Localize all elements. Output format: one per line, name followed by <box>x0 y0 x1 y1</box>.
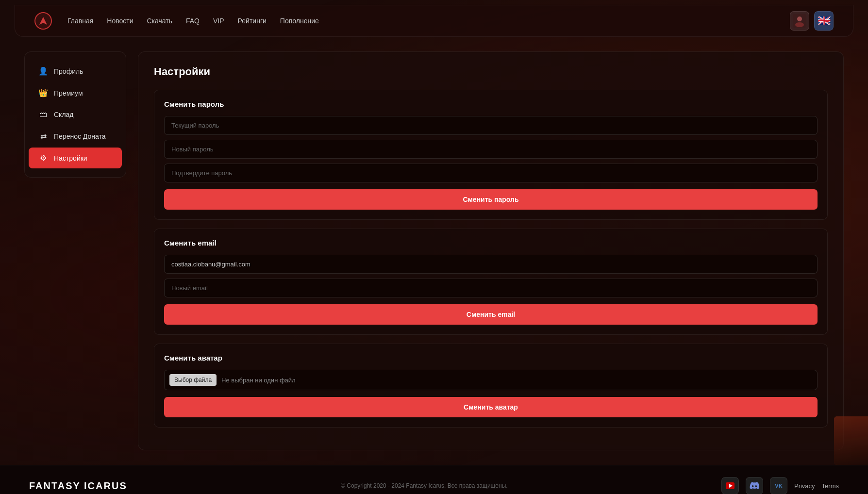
storage-icon: 🗃 <box>38 110 48 119</box>
change-email-button[interactable]: Сменить email <box>164 304 818 325</box>
logo-icon[interactable] <box>34 12 52 30</box>
language-selector[interactable]: 🇬🇧 <box>814 11 834 31</box>
change-password-section: Сменить пароль Сменить пароль <box>154 90 828 220</box>
footer: FANTASY ICARUS © Copyright 2020 - 2024 F… <box>0 465 868 494</box>
current-email-input[interactable] <box>164 255 818 274</box>
new-email-input[interactable] <box>164 279 818 297</box>
youtube-button[interactable] <box>721 477 739 494</box>
change-email-section: Сменить email Сменить email <box>154 229 828 335</box>
main-content: 👤 Профиль 👑 Премиум 🗃 Склад ⇄ Перенос До… <box>0 37 868 465</box>
footer-copyright: © Copyright 2020 - 2024 Fantasy Icarus. … <box>341 482 507 489</box>
sidebar-item-settings[interactable]: ⚙ Настройки <box>29 148 122 168</box>
sidebar-label-premium: Премиум <box>54 89 83 97</box>
change-password-title: Сменить пароль <box>164 100 818 108</box>
new-password-input[interactable] <box>164 140 818 159</box>
file-input-wrapper: Выбор файла Не выбран ни один файл <box>164 370 818 390</box>
confirm-password-input[interactable] <box>164 164 818 182</box>
profile-icon: 👤 <box>38 66 48 76</box>
sidebar-item-profile[interactable]: 👤 Профиль <box>29 61 122 82</box>
sidebar-item-storage[interactable]: 🗃 Склад <box>29 104 122 125</box>
sidebar-label-profile: Профиль <box>54 67 83 75</box>
file-choose-button[interactable]: Выбор файла <box>169 374 217 386</box>
change-avatar-button[interactable]: Сменить аватар <box>164 397 818 417</box>
svg-rect-3 <box>793 14 806 28</box>
transfer-icon: ⇄ <box>38 132 48 141</box>
footer-right: VK Privacy Terms <box>721 477 839 494</box>
nav-home[interactable]: Главная <box>67 17 93 25</box>
navbar: Главная Новости Скачать FAQ VIP Рейтинги… <box>15 5 853 37</box>
navbar-left: Главная Новости Скачать FAQ VIP Рейтинги… <box>34 12 319 30</box>
premium-icon: 👑 <box>38 88 48 98</box>
nav-news[interactable]: Новости <box>107 17 133 25</box>
change-avatar-section: Сменить аватар Выбор файла Не выбран ни … <box>154 344 828 428</box>
svg-marker-0 <box>39 17 47 25</box>
corner-decoration <box>834 416 868 465</box>
vk-icon: VK <box>775 483 782 489</box>
change-avatar-title: Сменить аватар <box>164 354 818 362</box>
sidebar-item-transfer[interactable]: ⇄ Перенос Доната <box>29 126 122 147</box>
nav-vip[interactable]: VIP <box>213 17 224 25</box>
nav-download[interactable]: Скачать <box>147 17 173 25</box>
change-email-title: Сменить email <box>164 239 818 247</box>
sidebar-item-premium[interactable]: 👑 Премиум <box>29 82 122 103</box>
privacy-link[interactable]: Privacy <box>794 482 815 490</box>
settings-icon: ⚙ <box>38 153 48 163</box>
current-password-input[interactable] <box>164 116 818 135</box>
settings-panel: Настройки Сменить пароль Сменить пароль … <box>138 51 844 450</box>
sidebar-label-storage: Склад <box>54 111 74 118</box>
discord-button[interactable] <box>746 477 763 494</box>
navbar-right: 🇬🇧 <box>790 11 834 31</box>
nav-links: Главная Новости Скачать FAQ VIP Рейтинги… <box>67 16 319 25</box>
file-no-selection-label: Не выбран ни один файл <box>221 377 296 384</box>
vk-button[interactable]: VK <box>770 477 787 494</box>
nav-faq[interactable]: FAQ <box>186 17 200 25</box>
change-password-button[interactable]: Сменить пароль <box>164 189 818 210</box>
page-title: Настройки <box>154 66 828 78</box>
user-avatar-button[interactable] <box>790 11 809 31</box>
nav-topup[interactable]: Пополнение <box>280 17 319 25</box>
terms-link[interactable]: Terms <box>822 482 839 490</box>
sidebar: 👤 Профиль 👑 Премиум 🗃 Склад ⇄ Перенос До… <box>24 51 126 178</box>
footer-brand: FANTASY ICARUS <box>29 480 127 492</box>
sidebar-label-transfer: Перенос Доната <box>54 132 106 140</box>
sidebar-label-settings: Настройки <box>54 154 87 162</box>
nav-ratings[interactable]: Рейтинги <box>238 17 267 25</box>
